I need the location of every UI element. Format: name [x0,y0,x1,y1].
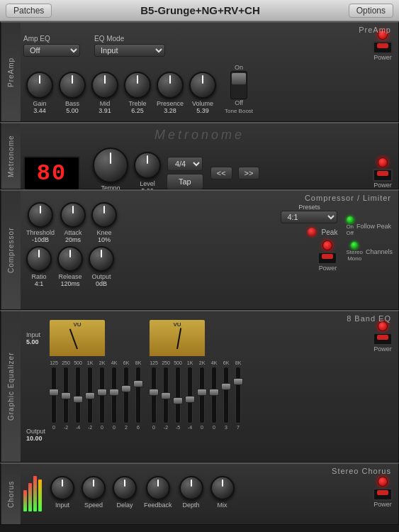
threshold-knob[interactable] [28,202,53,228]
stereo-label: Stereo [346,249,363,255]
eq-freq-right-4: 2K [196,360,208,365]
time-sig-select[interactable]: 4/4 [167,157,203,171]
knob-volume: Volume 5.39 [189,72,216,114]
vu-bar-2 [33,476,37,511]
knee-label: Knee [97,229,112,236]
eq-scale-left-1: -2 [60,425,72,430]
vu-left-label: VU [73,321,81,328]
eq-freq-right-5: 4K [208,360,220,365]
knob-mid-control[interactable] [91,72,118,99]
fader-right-6[interactable] [223,367,229,423]
fader-left-1[interactable] [63,367,69,423]
fader-right-7[interactable] [235,367,241,423]
chorus-mix-knob[interactable] [210,476,235,500]
preamp-side-label: PreAmp [1,23,21,121]
chorus-power-light [378,477,388,487]
vu-meter-right: VU [148,318,206,358]
eq-scale-right-1: -2 [160,425,172,430]
fader-right-0[interactable] [151,367,157,423]
chorus-side-label: Chorus [1,464,21,524]
knob-volume-control[interactable] [189,72,216,99]
chorus-feedback-knob[interactable] [146,476,170,500]
vu-right-label: VU [173,321,181,328]
chorus-power-toggle[interactable] [373,488,393,501]
chorus-title: Stereo Chorus [332,467,391,475]
fader-left-6[interactable] [123,367,129,423]
eq-freq-left-0: 125 [48,360,60,365]
chorus-feedback-knob-wrap: Feedback [144,476,172,509]
eq-scale-right-5: 0 [208,425,220,430]
eq-panel: Graphic Equalizer 8 Band EQ Input 5.00 O… [0,310,399,462]
level-knob[interactable] [134,152,161,179]
release-value: 120ms [60,280,79,287]
vu-bar-3 [38,480,42,511]
chorus-mix-label: Mix [218,501,227,509]
fader-left-0[interactable] [51,367,57,423]
knob-treble-control[interactable] [124,72,151,99]
fader-right-5[interactable] [211,367,217,423]
chorus-speed-knob-wrap: Speed [82,476,106,509]
metronome-bpm-display: 80 [23,156,80,191]
vu-meter-left: VU [48,318,106,358]
fader-right-2[interactable] [175,367,181,423]
chorus-depth-knob[interactable] [179,476,203,500]
fader-right-3[interactable] [187,367,193,423]
release-knob[interactable] [57,246,83,272]
attack-knob[interactable] [60,202,86,228]
options-button[interactable]: Options [349,4,393,18]
eq-freq-left-4: 2K [96,360,108,365]
eq-freq-left-1: 250 [60,360,72,365]
eq-freq-right-1: 250 [160,360,172,365]
eq-mode-select[interactable]: Input [94,44,165,57]
knob-treble-label: Treble [128,100,146,107]
metro-power-toggle[interactable] [373,169,393,182]
faders-right [148,367,244,423]
threshold-label: Threshold [26,229,55,236]
prev-button[interactable]: << [210,167,232,179]
amp-eq-select[interactable]: Off [23,44,80,57]
fader-left-4[interactable] [99,367,105,423]
tone-boost-toggle[interactable] [230,71,247,99]
compressor-title: Compressor / Limiter [305,194,391,202]
fader-left-3[interactable] [87,367,93,423]
peak-light [308,228,316,236]
knob-release: Release 120ms [57,246,83,287]
tap-button[interactable]: Tap [167,174,203,189]
tone-boost-label: Tone Boost [225,108,253,114]
fader-left-5[interactable] [111,367,117,423]
metronome-title: Metronome [154,128,245,143]
eq-scale-right-0: 0 [148,425,159,430]
chorus-depth-label: Depth [183,501,200,509]
knob-bass-control[interactable] [59,72,86,99]
fader-left-7[interactable] [135,367,141,423]
chorus-input-knob[interactable] [50,476,74,500]
eq-title: 8 Band EQ [347,314,391,323]
preset-select[interactable]: 4:1 [281,211,337,223]
eq-freq-left-3: 1K [84,360,96,365]
knob-presence: Presence 3.28 [157,72,184,114]
eq-power-toggle[interactable] [373,333,393,345]
patches-button[interactable]: Patches [6,4,52,18]
amp-eq-label: Amp EQ [23,35,80,43]
knee-knob[interactable] [91,202,117,228]
comp-power-toggle[interactable] [317,252,337,265]
amp-eq-section: Amp EQ Off [23,35,80,57]
chorus-speed-knob[interactable] [82,476,106,500]
knob-attack: Attack 20ms [60,202,86,243]
next-button[interactable]: >> [238,167,260,179]
tempo-knob[interactable] [93,148,128,183]
comp-output-knob[interactable] [89,246,114,272]
chorus-delay-knob[interactable] [113,476,137,500]
preamp-power-toggle[interactable] [373,41,393,54]
knob-presence-control[interactable] [157,72,184,99]
release-label: Release [58,273,82,280]
ratio-knob[interactable] [26,246,52,272]
eq-scale-right-2: -5 [172,425,184,430]
knee-value: 10% [98,236,111,243]
ratio-value: 4:1 [35,280,44,287]
fader-right-1[interactable] [163,367,169,423]
fader-right-4[interactable] [199,367,205,423]
fader-left-2[interactable] [75,367,81,423]
eq-freq-right-6: 6K [220,360,232,365]
knob-gain-control[interactable] [26,72,53,99]
